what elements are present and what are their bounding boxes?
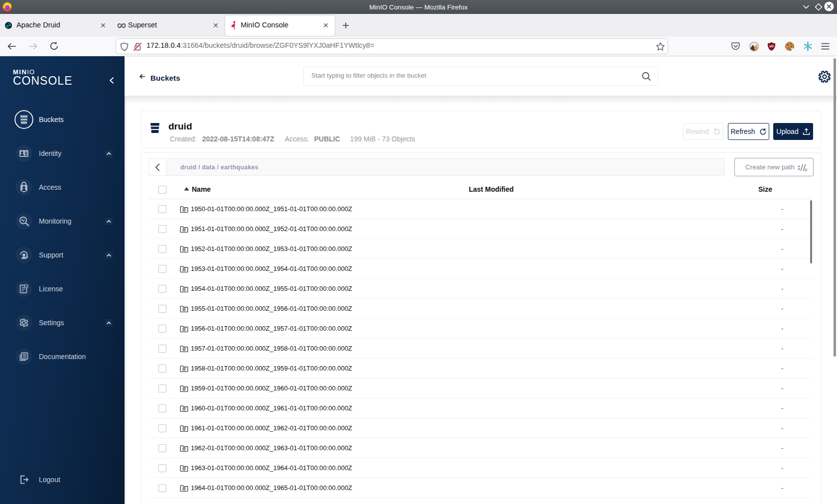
svg-text:uO: uO xyxy=(769,44,774,48)
